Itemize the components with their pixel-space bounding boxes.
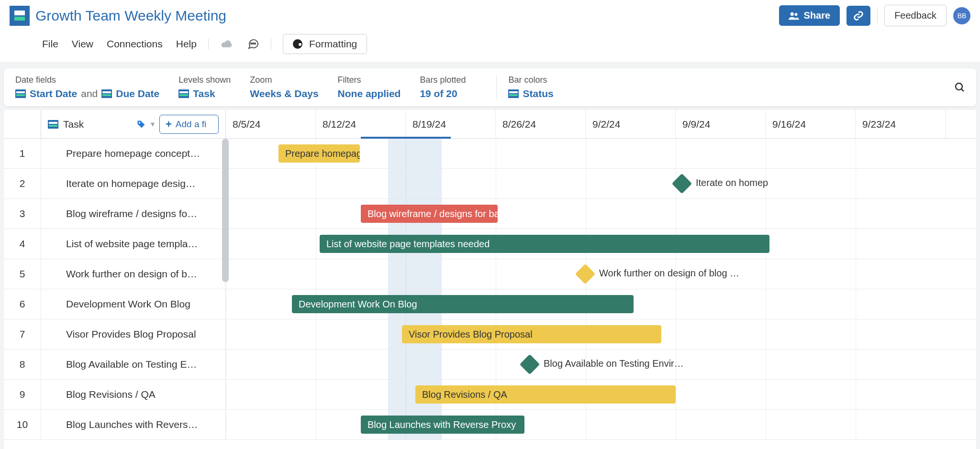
menu-bar: File View Connections Help Formatting xyxy=(10,26,970,62)
timeline-date[interactable]: 9/23/24 xyxy=(856,110,946,138)
menu-file[interactable]: File xyxy=(42,38,58,50)
timeline-cell[interactable]: List of website page templates needed xyxy=(226,229,976,259)
timeline-cell[interactable]: Blog wireframe / designs for based… xyxy=(226,199,976,229)
menu-view[interactable]: View xyxy=(72,38,93,50)
gantt-chart: Task ▾ + Add a fi 8/5/248/12/248/19/248/… xyxy=(4,110,976,449)
milestone-label: Iterate on homep xyxy=(696,177,768,188)
table-row[interactable]: 10Blog Launches with Revers…Blog Launche… xyxy=(4,410,976,440)
config-date-fields[interactable]: Date fields Start Date and Due Date xyxy=(15,75,178,99)
field-icon xyxy=(178,89,189,98)
add-field-button[interactable]: + Add a fi xyxy=(159,115,219,134)
task-column-header[interactable]: Task ▾ + Add a fi xyxy=(41,110,226,138)
gantt-config-bar: Date fields Start Date and Due Date Leve… xyxy=(4,68,976,106)
task-name-cell[interactable]: List of website page templa… xyxy=(41,229,226,259)
column-headers: Task ▾ + Add a fi 8/5/248/12/248/19/248/… xyxy=(4,110,976,139)
search-icon[interactable] xyxy=(954,82,966,93)
row-number: 9 xyxy=(4,380,41,409)
share-label: Share xyxy=(804,10,831,21)
table-row[interactable]: 8Blog Available on Testing E…Blog Availa… xyxy=(4,350,976,380)
title-row: Growth Team Weekly Meeting Share Feedbac… xyxy=(10,5,970,26)
palette-icon xyxy=(293,39,302,49)
row-number: 4 xyxy=(4,229,41,259)
link-icon xyxy=(853,11,864,21)
copy-link-button[interactable] xyxy=(846,6,870,26)
table-row[interactable]: 5Work further on design of b…Work furthe… xyxy=(4,259,976,289)
timeline-date[interactable]: 9/9/24 xyxy=(676,110,766,138)
task-list-scrollbar[interactable] xyxy=(222,139,230,301)
app-logo-icon[interactable] xyxy=(10,6,30,26)
gantt-bar[interactable]: Visor Provides Blog Proposal xyxy=(402,325,661,343)
field-icon xyxy=(508,89,519,98)
header-actions: Share Feedback BB xyxy=(779,5,970,26)
config-levels[interactable]: Levels shown Task xyxy=(178,75,250,99)
task-name-cell[interactable]: Blog wireframe / designs fo… xyxy=(41,199,226,229)
table-row[interactable]: 7Visor Provides Blog ProposalVisor Provi… xyxy=(4,319,976,350)
formatting-button[interactable]: Formatting xyxy=(283,34,367,54)
gantt-bar[interactable]: Blog Revisions / QA xyxy=(415,385,676,404)
timeline-cell[interactable]: Work further on design of blog … xyxy=(226,259,976,289)
timeline-cell[interactable]: Blog Available on Testing Envir… xyxy=(226,350,976,379)
task-name-cell[interactable]: Iterate on homepage desig… xyxy=(41,169,226,198)
table-row[interactable]: 6Development Work On BlogDevelopment Wor… xyxy=(4,289,976,319)
svg-point-0 xyxy=(790,12,793,15)
task-name-cell[interactable]: Blog Revisions / QA xyxy=(41,380,226,409)
table-row[interactable]: 4List of website page templa…List of web… xyxy=(4,229,976,259)
field-icon xyxy=(15,89,26,98)
divider xyxy=(496,75,497,99)
timeline-cell[interactable]: Prepare homepag… xyxy=(226,139,976,168)
task-name-cell[interactable]: Blog Available on Testing E… xyxy=(41,350,226,379)
config-filters[interactable]: Filters None applied xyxy=(338,75,420,99)
gantt-milestone[interactable] xyxy=(520,354,540,374)
timeline-date[interactable]: 8/19/24 xyxy=(406,110,496,138)
table-row[interactable]: 1Prepare homepage concept…Prepare homepa… xyxy=(4,139,976,169)
gantt-bar[interactable]: List of website page templates needed xyxy=(320,235,769,253)
task-name-cell[interactable]: Prepare homepage concept… xyxy=(41,139,226,168)
config-zoom[interactable]: Zoom Weeks & Days xyxy=(250,75,337,99)
milestone-label: Blog Available on Testing Envir… xyxy=(544,358,684,369)
user-avatar[interactable]: BB xyxy=(953,7,970,24)
timeline-date[interactable]: 8/26/24 xyxy=(496,110,586,138)
task-name-cell[interactable]: Development Work On Blog xyxy=(41,289,226,319)
row-number: 8 xyxy=(4,350,41,379)
tag-icon[interactable] xyxy=(136,120,146,129)
timeline-date[interactable]: 9/16/24 xyxy=(766,110,856,138)
share-button[interactable]: Share xyxy=(779,5,840,26)
menu-help[interactable]: Help xyxy=(176,38,197,50)
timeline-cell[interactable]: Iterate on homep xyxy=(226,169,976,198)
timeline-date[interactable]: 9/2/24 xyxy=(586,110,676,138)
gantt-body: 1Prepare homepage concept…Prepare homepa… xyxy=(4,139,976,440)
timeline-header[interactable]: 8/5/248/12/248/19/248/26/249/2/249/9/249… xyxy=(226,110,976,138)
timeline-cell[interactable]: Blog Launches with Reverse Proxy xyxy=(226,410,976,439)
task-name-cell[interactable]: Visor Provides Blog Proposal xyxy=(41,319,226,349)
row-number: 1 xyxy=(4,139,41,168)
task-name-cell[interactable]: Work further on design of b… xyxy=(41,259,226,289)
table-row[interactable]: 3Blog wireframe / designs fo…Blog wirefr… xyxy=(4,199,976,229)
gantt-bar[interactable]: Prepare homepag… xyxy=(278,144,360,163)
menu-connections[interactable]: Connections xyxy=(107,38,163,50)
plus-icon: + xyxy=(166,118,172,131)
feedback-button[interactable]: Feedback xyxy=(884,5,947,26)
task-name-cell[interactable]: Blog Launches with Revers… xyxy=(41,410,226,439)
gantt-milestone[interactable] xyxy=(575,264,595,284)
gantt-bar[interactable]: Blog Launches with Reverse Proxy xyxy=(361,416,524,434)
field-icon xyxy=(101,89,112,98)
gantt-milestone[interactable] xyxy=(672,174,692,194)
table-row[interactable]: 9Blog Revisions / QABlog Revisions / QA xyxy=(4,380,976,410)
table-row[interactable]: 2Iterate on homepage desig…Iterate on ho… xyxy=(4,169,976,199)
comments-icon[interactable] xyxy=(247,38,259,50)
timeline-date[interactable]: 8/12/24 xyxy=(316,110,406,138)
config-bars-plotted[interactable]: Bars plotted 19 of 20 xyxy=(420,75,485,99)
document-title[interactable]: Growth Team Weekly Meeting xyxy=(35,8,226,24)
cloud-sync-icon[interactable] xyxy=(220,39,234,49)
timeline-cell[interactable]: Blog Revisions / QA xyxy=(226,380,976,409)
chevron-down-icon[interactable]: ▾ xyxy=(151,120,155,129)
gantt-bar[interactable]: Blog wireframe / designs for based… xyxy=(361,205,498,223)
milestone-label: Work further on design of blog … xyxy=(599,268,739,279)
timeline-cell[interactable]: Visor Provides Blog Proposal xyxy=(226,319,976,349)
divider xyxy=(877,9,878,23)
timeline-date[interactable]: 8/5/24 xyxy=(226,110,316,138)
svg-line-6 xyxy=(961,89,964,91)
timeline-cell[interactable]: Development Work On Blog xyxy=(226,289,976,319)
config-bar-colors[interactable]: Bar colors Status xyxy=(508,75,572,99)
gantt-bar[interactable]: Development Work On Blog xyxy=(292,295,634,313)
